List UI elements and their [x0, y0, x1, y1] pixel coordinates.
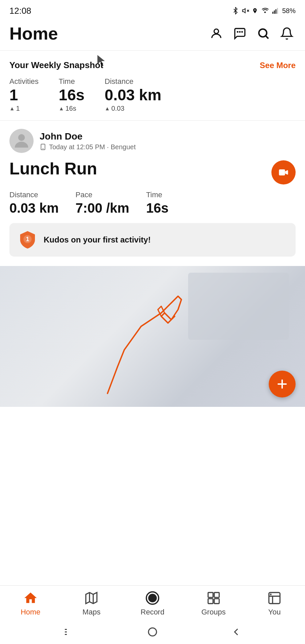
svg-rect-5: [275, 9, 276, 14]
maps-icon: [84, 590, 99, 606]
stat-time-change: ▲ 16s: [59, 105, 85, 112]
svg-point-7: [214, 29, 218, 34]
svg-marker-0: [243, 9, 245, 13]
stat-distance-label: Distance: [105, 77, 162, 86]
snapshot-header: Your Weekly Snapshot See More: [9, 60, 296, 70]
activity-time-label: Time: [146, 191, 169, 199]
svg-rect-6: [277, 8, 278, 14]
activity-distance-value: 0.03 km: [9, 201, 59, 216]
svg-point-11: [259, 29, 267, 37]
android-home-btn[interactable]: [146, 625, 159, 639]
up-arrow-icon: ▲: [9, 106, 15, 112]
nav-item-you[interactable]: You: [254, 590, 295, 616]
stat-activities-delta: 1: [16, 105, 20, 112]
svg-rect-16: [279, 169, 285, 175]
nav-item-maps[interactable]: Maps: [71, 590, 112, 616]
page-title: Home: [9, 23, 58, 44]
activity-distance: Distance 0.03 km: [9, 191, 59, 216]
activity-stats: Distance 0.03 km Pace 7:00 /km Time 16s: [9, 191, 296, 216]
android-nav: [0, 620, 305, 644]
activity-pace-value: 7:00 /km: [76, 201, 129, 216]
svg-line-12: [266, 36, 268, 39]
add-activity-button[interactable]: [269, 371, 296, 397]
activity-meta: Today at 12:05 PM · Benguet: [40, 143, 136, 151]
svg-text:1: 1: [26, 236, 29, 243]
svg-point-34: [270, 594, 271, 595]
activity-pace: Pace 7:00 /km: [76, 191, 129, 216]
activity-feed: John Doe Today at 12:05 PM · Benguet Lun…: [0, 121, 305, 257]
activity-time: Time 16s: [146, 191, 169, 216]
header-actions: [208, 25, 296, 42]
svg-rect-3: [272, 12, 273, 14]
bottom-nav: Home Maps Record: [0, 585, 305, 644]
activity-user-header: John Doe Today at 12:05 PM · Benguet: [9, 129, 296, 153]
avatar: [9, 129, 34, 153]
nav-item-record[interactable]: Record: [132, 590, 173, 616]
svg-point-26: [148, 594, 157, 602]
battery-indicator: 58%: [282, 7, 296, 15]
stat-time-value: 16s: [59, 87, 85, 103]
svg-rect-28: [214, 593, 219, 598]
wifi-icon: [261, 7, 269, 14]
nav-items: Home Maps Record: [0, 586, 305, 620]
up-arrow-icon: ▲: [105, 106, 110, 112]
stat-activities-value: 1: [9, 87, 39, 103]
nav-item-home[interactable]: Home: [10, 590, 51, 616]
snapshot-title: Your Weekly Snapshot: [9, 60, 103, 70]
stat-distance-change: ▲ 0.03: [105, 105, 162, 112]
activity-card: John Doe Today at 12:05 PM · Benguet Lun…: [9, 129, 296, 257]
activity-distance-label: Distance: [9, 191, 59, 199]
stat-distance-value: 0.03 km: [105, 87, 162, 103]
nav-groups-label: Groups: [202, 608, 226, 616]
video-button[interactable]: [271, 160, 296, 184]
nav-item-groups[interactable]: Groups: [193, 590, 234, 616]
search-button[interactable]: [255, 25, 272, 42]
stat-distance-delta: 0.03: [111, 105, 124, 112]
weekly-snapshot-section: Your Weekly Snapshot See More Activities…: [0, 51, 305, 120]
android-back-btn[interactable]: [229, 625, 243, 639]
activity-time-location: Today at 12:05 PM · Benguet: [49, 143, 136, 151]
stat-time-delta: 16s: [66, 105, 76, 112]
signal-icon: [272, 7, 279, 14]
chat-button[interactable]: [231, 25, 249, 42]
stat-activities-label: Activities: [9, 77, 39, 86]
svg-rect-4: [274, 10, 275, 14]
kudos-banner: 1 Kudos on your first activity!: [9, 223, 296, 257]
snapshot-stats: Activities 1 ▲ 1 Time 16s ▲ 16s Distance…: [9, 77, 296, 112]
svg-rect-19: [188, 273, 289, 340]
activity-title-text: Lunch Run: [9, 159, 97, 178]
svg-point-13: [18, 134, 25, 141]
app-header: Home: [0, 20, 305, 50]
status-bar: 12:08: [0, 0, 305, 20]
stat-time: Time 16s ▲ 16s: [59, 77, 85, 112]
plus-icon: [275, 377, 289, 391]
profile-button[interactable]: [208, 25, 225, 42]
stat-time-label: Time: [59, 77, 85, 86]
stat-activities-change: ▲ 1: [9, 105, 39, 112]
svg-rect-27: [208, 593, 213, 598]
nav-maps-label: Maps: [82, 608, 100, 616]
status-icons: 58%: [232, 7, 296, 15]
up-arrow-icon: ▲: [59, 106, 64, 112]
stat-activities: Activities 1 ▲ 1: [9, 77, 39, 112]
nav-record-label: Record: [141, 608, 165, 616]
groups-icon: [206, 590, 221, 606]
kudos-badge-icon: 1: [17, 230, 38, 250]
map-section[interactable]: [0, 266, 305, 407]
svg-marker-22: [86, 593, 97, 604]
see-more-button[interactable]: See More: [260, 61, 296, 70]
record-icon: [145, 590, 160, 606]
location-icon: [252, 7, 258, 14]
svg-point-38: [148, 628, 157, 636]
route-map: [0, 266, 305, 407]
activity-user-name: John Doe: [40, 131, 136, 142]
activity-time-value: 16s: [146, 201, 169, 216]
activity-title-row: Lunch Run: [9, 159, 296, 184]
stat-distance: Distance 0.03 km ▲ 0.03: [105, 77, 162, 112]
activity-pace-label: Pace: [76, 191, 129, 199]
android-recent-btn[interactable]: [62, 625, 76, 639]
status-time: 12:08: [9, 6, 31, 16]
sound-off-icon: [242, 7, 249, 14]
notifications-button[interactable]: [278, 25, 296, 42]
phone-icon: [40, 144, 46, 150]
